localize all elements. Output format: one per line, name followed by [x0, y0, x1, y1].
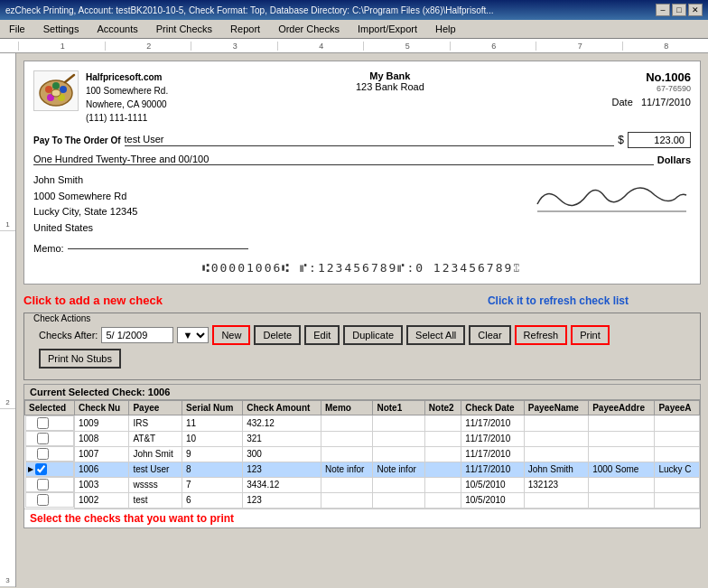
table-cell: 1006	[74, 462, 128, 477]
table-cell: 1008	[74, 431, 128, 446]
menu-print-checks[interactable]: Print Checks	[151, 22, 218, 36]
table-cell: wssss	[129, 477, 182, 492]
check-signature	[510, 173, 691, 218]
menu-report[interactable]: Report	[225, 22, 266, 36]
dollars-label: Dollars	[657, 154, 691, 165]
selected-cell[interactable]	[25, 431, 74, 446]
clear-button[interactable]: Clear	[469, 325, 510, 345]
table-cell: 1003	[74, 477, 128, 492]
select-all-button[interactable]: Select All	[406, 325, 465, 345]
ruler-mark-7: 7	[536, 42, 622, 51]
title-bar: ezCheck Printing, Account: testBK2010-10…	[0, 0, 708, 20]
table-cell	[373, 492, 424, 508]
minimize-button[interactable]: –	[656, 4, 670, 16]
check-amount: 123.00	[628, 132, 691, 148]
new-button[interactable]: New	[212, 325, 250, 345]
checks-table: Selected Check Nu Payee Serial Num Check…	[24, 400, 700, 509]
table-cell: 300	[243, 446, 321, 462]
table-cell	[524, 446, 588, 462]
table-cell	[424, 477, 461, 492]
check-actions-row: Checks After: ▼ New Delete Edit Duplicat…	[32, 323, 693, 374]
table-cell: 10	[182, 431, 243, 446]
selected-check-label: Current Selected Check: 1006	[30, 387, 170, 397]
table-cell	[589, 492, 655, 508]
col-selected: Selected	[25, 401, 75, 415]
table-cell	[321, 446, 373, 462]
ruler-vmark-3: 3	[0, 409, 15, 587]
table-bottom-annotation: Select the checks that you want to print	[24, 509, 700, 527]
check-logo-area: Halfpricesoft.com 100 Somewhere Rd. Nowh…	[33, 70, 168, 125]
row-checkbox[interactable]	[37, 448, 49, 460]
table-row: 1007John Smit930011/17/2010	[25, 446, 700, 462]
address-line2: Lucky City, State 12345	[33, 204, 137, 220]
table-cell	[424, 446, 461, 462]
selected-cell[interactable]	[25, 477, 74, 492]
ruler-mark-5: 5	[363, 42, 450, 51]
address-line3: United States	[33, 220, 137, 237]
table-cell	[373, 477, 424, 492]
table-cell: 11	[182, 415, 243, 432]
selected-cell[interactable]	[25, 415, 74, 431]
col-amount: Check Amount	[243, 401, 321, 415]
table-cell: 9	[182, 446, 243, 462]
table-cell	[321, 477, 373, 492]
menu-accounts[interactable]: Accounts	[91, 22, 143, 36]
menu-settings[interactable]: Settings	[38, 22, 85, 36]
table-cell: 11/17/2010	[461, 415, 525, 432]
ruler-mark-3: 3	[191, 42, 277, 51]
main-area: 1 2 3	[0, 53, 708, 587]
table-cell: IRS	[129, 415, 182, 432]
check-routing: 67-76590	[612, 84, 691, 93]
ruler-mark-6: 6	[450, 42, 536, 51]
print-button[interactable]: Print	[571, 325, 610, 345]
close-button[interactable]: ✕	[688, 4, 703, 16]
table-row: ▶1006test User8123Note inforNote infor11…	[25, 462, 700, 477]
print-no-stubs-button[interactable]: Print No Stubs	[39, 349, 121, 369]
table-cell: John Smith	[524, 462, 588, 477]
table-cell: 1007	[74, 446, 128, 462]
ruler-vmark-1: 1	[0, 53, 15, 231]
row-checkbox[interactable]	[37, 479, 49, 490]
table-cell: 7	[182, 477, 243, 492]
check-date: 11/17/2010	[641, 97, 691, 107]
menu-help[interactable]: Help	[430, 22, 461, 36]
table-cell: 11/17/2010	[461, 431, 525, 446]
table-row: 1002test612310/5/2010	[25, 492, 700, 508]
ruler-mark-4: 4	[277, 42, 364, 51]
svg-line-7	[65, 75, 74, 82]
table-cell	[524, 492, 588, 508]
add-check-annotation: Click to add a new check	[23, 294, 163, 307]
table-cell: Lucky C	[655, 462, 700, 477]
col-note2: Note2	[424, 401, 461, 415]
selected-cell[interactable]	[25, 446, 74, 462]
row-checkbox[interactable]	[37, 417, 49, 429]
edit-button[interactable]: Edit	[304, 325, 340, 345]
col-note1: Note1	[373, 401, 424, 415]
row-checkbox[interactable]	[37, 494, 49, 506]
table-cell: John Smit	[129, 446, 182, 462]
ruler-mark-8: 8	[622, 42, 709, 51]
table-cell: test	[129, 492, 182, 508]
delete-button[interactable]: Delete	[254, 325, 301, 345]
table-header-columns: Selected Check Nu Payee Serial Num Check…	[25, 401, 700, 415]
check-micr: ⑆00001006⑆ ⑈:123456789⑈:0 123456789⑄	[33, 261, 691, 275]
selected-cell[interactable]: ▶	[25, 462, 74, 477]
maximize-button[interactable]: □	[672, 4, 686, 16]
check-actions-group: Check Actions Checks After: ▼ New Delete…	[23, 313, 701, 380]
row-checkbox[interactable]	[37, 433, 49, 444]
refresh-button[interactable]: Refresh	[515, 325, 568, 345]
menu-file[interactable]: File	[4, 22, 31, 36]
duplicate-button[interactable]: Duplicate	[343, 325, 403, 345]
row-checkbox[interactable]	[35, 463, 47, 475]
table-scroll[interactable]: Selected Check Nu Payee Serial Num Check…	[24, 400, 700, 509]
menu-order-checks[interactable]: Order Checks	[273, 22, 345, 36]
selected-cell[interactable]	[25, 492, 74, 508]
date-dropdown[interactable]: ▼	[177, 327, 209, 343]
table-cell: 8	[182, 462, 243, 477]
table-cell	[321, 431, 373, 446]
title-text: ezCheck Printing, Account: testBK2010-10…	[5, 5, 494, 15]
table-cell: 11/17/2010	[461, 462, 525, 477]
date-input[interactable]	[101, 327, 173, 343]
menu-import-export[interactable]: Import/Export	[352, 22, 423, 36]
table-cell	[655, 446, 700, 462]
